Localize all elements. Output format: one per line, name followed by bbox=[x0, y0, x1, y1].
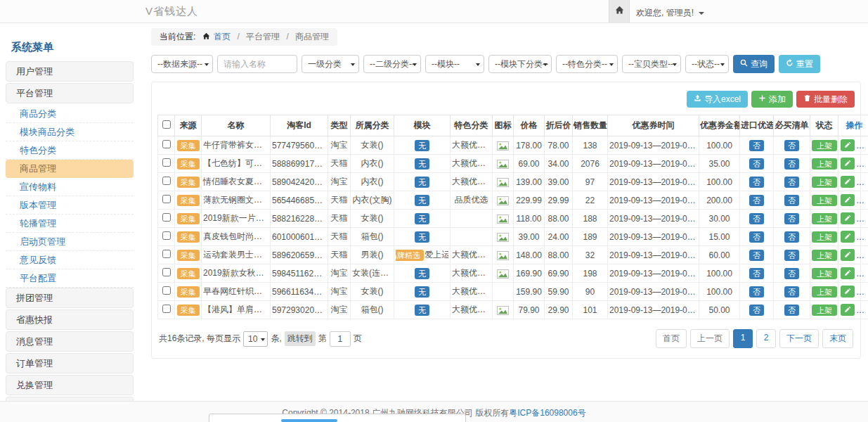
home-button[interactable] bbox=[609, 0, 630, 23]
status-toggle[interactable]: 上架 bbox=[812, 231, 837, 243]
per-page-select[interactable]: 10 bbox=[243, 331, 268, 347]
edit-button[interactable] bbox=[841, 304, 855, 316]
sidebar-item-module-goods-category[interactable]: 模块商品分类 bbox=[6, 123, 134, 141]
edit-button[interactable] bbox=[841, 194, 855, 206]
feature-category-select[interactable]: --特色分类-- bbox=[556, 55, 618, 73]
sidebar-item-goods-category[interactable]: 商品分类 bbox=[6, 105, 134, 123]
level2-category-select[interactable]: --二级分类-- bbox=[363, 55, 421, 73]
must-buy-toggle[interactable]: 否 bbox=[784, 195, 799, 206]
status-toggle[interactable]: 上架 bbox=[812, 158, 837, 170]
sidebar-item-order-management[interactable]: 订单管理 bbox=[6, 353, 134, 373]
module-select[interactable]: --模块-- bbox=[425, 55, 484, 73]
must-buy-cell: 否 bbox=[774, 191, 810, 210]
status-toggle[interactable]: 上架 bbox=[812, 286, 837, 298]
edit-button[interactable] bbox=[841, 249, 855, 261]
must-buy-toggle[interactable]: 否 bbox=[784, 140, 799, 151]
sidebar-item-saving-express[interactable]: 省惠快报 bbox=[6, 309, 134, 330]
search-button[interactable]: 查询 bbox=[733, 55, 775, 73]
module-subcategory-select[interactable]: --模块下分类-- bbox=[488, 55, 552, 73]
sidebar-item-version-management[interactable]: 版本管理 bbox=[6, 196, 134, 215]
status-toggle[interactable]: 上架 bbox=[812, 140, 837, 151]
imported-toggle[interactable]: 否 bbox=[749, 158, 764, 170]
data-source-select[interactable]: --数据来源-- bbox=[151, 55, 213, 73]
item-type-select[interactable]: --宝贝类型-- bbox=[622, 55, 681, 73]
row-checkbox[interactable] bbox=[162, 286, 171, 295]
level1-category-select[interactable]: 一级分类 bbox=[302, 55, 359, 73]
sidebar-item-groupbuy-management[interactable]: 拼团管理 bbox=[6, 288, 134, 308]
name-keyword-input[interactable] bbox=[217, 55, 297, 73]
jump-after-text: 页 bbox=[354, 333, 362, 345]
row-checkbox[interactable] bbox=[162, 305, 171, 313]
must-buy-toggle[interactable]: 否 bbox=[784, 158, 799, 170]
imported-toggle[interactable]: 否 bbox=[749, 305, 764, 316]
horizontal-scrollbar-thumb[interactable] bbox=[281, 419, 337, 422]
imported-toggle[interactable]: 否 bbox=[749, 250, 764, 261]
edit-button[interactable] bbox=[841, 231, 855, 243]
must-buy-toggle[interactable]: 否 bbox=[784, 286, 799, 298]
must-buy-toggle[interactable]: 否 bbox=[784, 177, 799, 188]
row-checkbox[interactable] bbox=[162, 177, 171, 185]
sidebar-item-promo-materials[interactable]: 宣传物料 bbox=[6, 178, 134, 196]
must-buy-toggle[interactable]: 否 bbox=[784, 268, 799, 279]
row-checkbox[interactable] bbox=[162, 213, 171, 222]
import-excel-button[interactable]: 导入excel bbox=[687, 91, 748, 108]
jump-button[interactable]: 跳转到 bbox=[285, 331, 316, 346]
imported-toggle[interactable]: 否 bbox=[749, 177, 764, 188]
imported-toggle[interactable]: 否 bbox=[749, 195, 764, 206]
add-button[interactable]: 添加 bbox=[751, 91, 793, 108]
sidebar-item-platform-management[interactable]: 平台管理 bbox=[6, 83, 134, 103]
status-toggle[interactable]: 上架 bbox=[812, 250, 837, 261]
breadcrumb-home-link[interactable]: 首页 bbox=[214, 32, 231, 41]
sidebar-item-message-management[interactable]: 消息管理 bbox=[6, 331, 134, 352]
status-toggle[interactable]: 上架 bbox=[812, 177, 837, 188]
row-checkbox[interactable] bbox=[162, 158, 171, 167]
must-buy-toggle[interactable]: 否 bbox=[784, 231, 799, 243]
imported-toggle[interactable]: 否 bbox=[749, 268, 764, 279]
price-cell: 229.99 bbox=[514, 191, 545, 210]
imported-toggle[interactable]: 否 bbox=[749, 231, 764, 243]
select-all-checkbox[interactable] bbox=[162, 120, 171, 129]
pager-page-1[interactable]: 1 bbox=[733, 329, 753, 348]
pager-page-2[interactable]: 2 bbox=[756, 329, 776, 348]
user-menu[interactable]: 欢迎您, 管理员! bbox=[636, 7, 704, 19]
row-checkbox[interactable] bbox=[162, 250, 171, 258]
sidebar-item-user-management[interactable]: 用户管理 bbox=[6, 61, 134, 82]
sidebar-item-feature-category[interactable]: 特色分类 bbox=[6, 141, 134, 160]
sidebar-item-goods-management[interactable]: 商品管理 bbox=[6, 160, 134, 178]
must-buy-toggle[interactable]: 否 bbox=[784, 250, 799, 261]
batch-delete-button[interactable]: 批量删除 bbox=[796, 91, 855, 108]
module-badge: 无 bbox=[415, 195, 429, 206]
must-buy-toggle[interactable]: 否 bbox=[784, 213, 799, 224]
edit-button[interactable] bbox=[841, 139, 855, 151]
edit-button[interactable] bbox=[841, 286, 855, 298]
imported-toggle[interactable]: 否 bbox=[749, 140, 764, 151]
must-buy-toggle[interactable]: 否 bbox=[784, 305, 799, 316]
status-toggle[interactable]: 上架 bbox=[812, 268, 837, 279]
sidebar-item-splash-page-management[interactable]: 启动页管理 bbox=[6, 233, 134, 251]
row-checkbox[interactable] bbox=[162, 140, 171, 148]
edit-button[interactable] bbox=[841, 158, 855, 170]
edit-button[interactable] bbox=[841, 267, 855, 279]
status-toggle[interactable]: 上架 bbox=[812, 195, 837, 206]
sidebar-item-carousel-management[interactable]: 轮播管理 bbox=[6, 215, 134, 233]
imported-toggle[interactable]: 否 bbox=[749, 286, 764, 298]
row-checkbox[interactable] bbox=[162, 268, 171, 276]
status-toggle[interactable]: 上架 bbox=[812, 213, 837, 224]
edit-button[interactable] bbox=[841, 176, 855, 188]
sidebar-item-exchange-management[interactable]: 兑换管理 bbox=[6, 375, 134, 395]
imported-toggle[interactable]: 否 bbox=[749, 213, 764, 224]
reset-button[interactable]: 重置 bbox=[779, 55, 820, 73]
status-select[interactable]: --状态-- bbox=[685, 55, 729, 73]
coupon-time-cell: 2019-09-13—2019-09-17 bbox=[608, 264, 699, 283]
product-image-icon bbox=[497, 305, 509, 314]
row-checkbox[interactable] bbox=[162, 195, 171, 203]
edit-button[interactable] bbox=[841, 212, 855, 224]
row-checkbox[interactable] bbox=[162, 231, 171, 240]
sidebar-item-platform-config[interactable]: 平台配置 bbox=[6, 269, 134, 288]
sidebar-item-feedback[interactable]: 意见反馈 bbox=[6, 251, 134, 269]
icp-link[interactable]: 粤ICP备16098006号 bbox=[509, 408, 585, 418]
pager-last[interactable]: 末页 bbox=[822, 329, 853, 348]
jump-page-input[interactable] bbox=[330, 331, 351, 347]
status-toggle[interactable]: 上架 bbox=[812, 305, 837, 316]
pager-next[interactable]: 下一页 bbox=[779, 329, 819, 348]
